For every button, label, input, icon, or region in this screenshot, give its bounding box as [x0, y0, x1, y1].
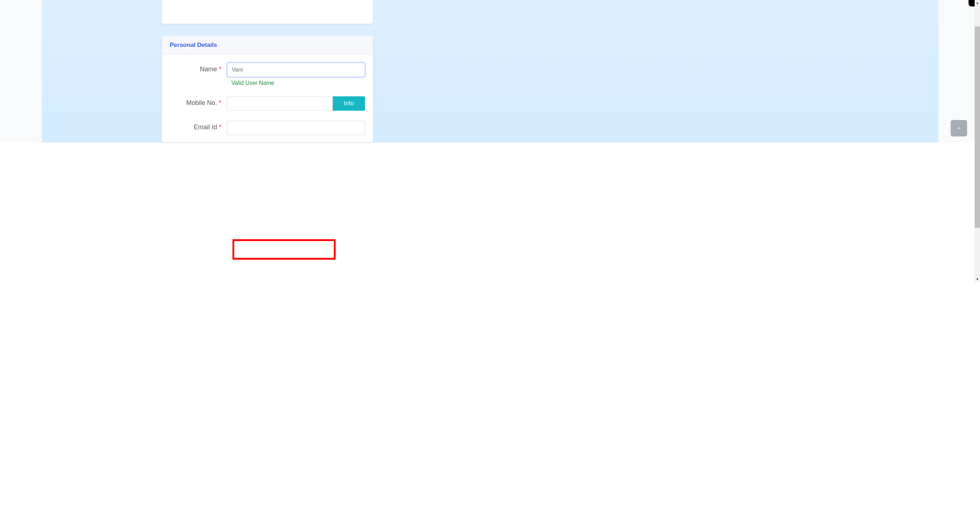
required-marker: * [219, 99, 221, 106]
vertical-scrollbar-thumb[interactable] [975, 27, 980, 228]
page-outer: Personal Details Name * Valid User Name … [0, 0, 980, 143]
mobile-info-button[interactable]: Info [333, 96, 365, 111]
mobile-input-group: Info [227, 96, 365, 111]
email-label: Email Id * [170, 121, 227, 131]
personal-details-header: Personal Details [162, 36, 373, 55]
scrollbar-down-arrow-icon[interactable]: ▼ [975, 276, 980, 282]
mobile-input[interactable] [227, 96, 333, 111]
personal-details-card: Personal Details Name * Valid User Name … [162, 36, 373, 142]
personal-details-body: Name * Valid User Name Mobile No. * [162, 55, 373, 142]
required-marker: * [219, 65, 221, 73]
chevron-up-icon [956, 125, 962, 132]
name-input[interactable] [227, 63, 365, 77]
previous-section-card [162, 0, 373, 24]
name-valid-message: Valid User Name [231, 80, 365, 86]
mobile-label: Mobile No. * [170, 96, 227, 107]
scroll-to-top-button[interactable] [951, 120, 967, 137]
scrollbar-up-arrow-icon[interactable]: ▲ [975, 0, 980, 5]
name-label: Name * [170, 63, 227, 73]
name-row: Name * Valid User Name [170, 63, 365, 86]
email-row: Email Id * [170, 121, 365, 135]
highlight-annotation-box [232, 239, 336, 260]
mobile-row: Mobile No. * Info [170, 96, 365, 111]
personal-details-title: Personal Details [170, 41, 217, 48]
email-input[interactable] [227, 121, 365, 135]
required-marker: * [219, 124, 221, 131]
page-inner: Personal Details Name * Valid User Name … [41, 0, 939, 143]
